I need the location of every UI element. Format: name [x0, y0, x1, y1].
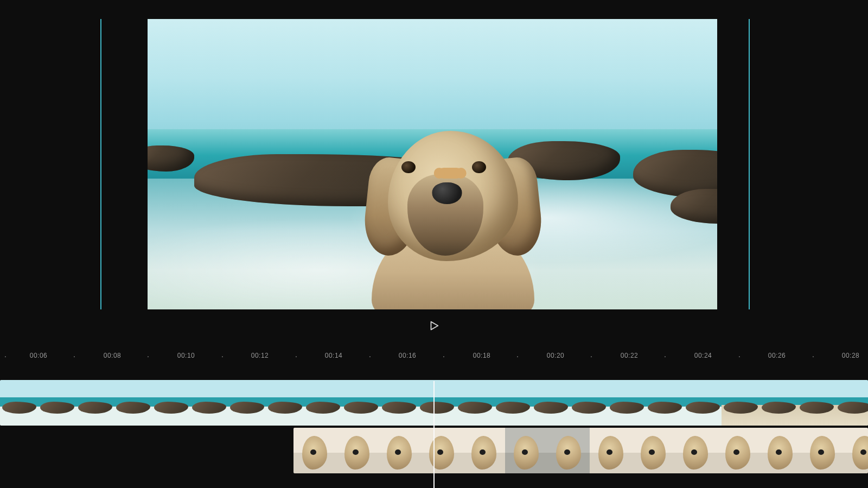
ruler-tick-label: 00:20 — [547, 352, 565, 359]
dog-eye-right — [472, 161, 486, 173]
clip-thumbnail — [684, 380, 722, 426]
clip-thumbnail — [266, 380, 304, 426]
clip-thumbnail — [76, 380, 114, 426]
ruler-tick-major: 00:22 — [621, 352, 639, 359]
clip-thumbnail — [420, 428, 463, 473]
ruler-tick-label: 00:16 — [399, 352, 417, 359]
dog-eye-left — [401, 161, 416, 173]
clip-thumbnail — [722, 380, 760, 426]
clip-thumbnail — [835, 380, 868, 426]
ruler-tick-label: 00:14 — [325, 352, 343, 359]
clip-dog[interactable] — [293, 428, 868, 473]
ruler-tick-major: 00:12 — [251, 352, 269, 359]
clip-thumbnail — [38, 380, 76, 426]
ruler-tick-label: 00:12 — [251, 352, 269, 359]
timeline-ruler[interactable]: 00:0600:0800:1000:1200:1400:1600:1800:20… — [0, 352, 868, 373]
ruler-tick-label: 00:28 — [842, 352, 860, 359]
clip-thumbnail — [646, 380, 684, 426]
safe-area-guide-left — [100, 19, 101, 309]
clip-thumbnail — [456, 380, 494, 426]
play-icon — [428, 320, 440, 332]
preview-frame[interactable] — [148, 19, 717, 309]
clip-thumbnail — [342, 380, 380, 426]
clip-thumbnail — [378, 428, 420, 473]
ruler-tick-major: 00:28 — [842, 352, 860, 359]
ruler-tick-label: 00:08 — [104, 352, 122, 359]
clip-thumbnail — [304, 380, 342, 426]
ruler-tick-minor — [664, 352, 666, 360]
clip-thumbnail — [336, 428, 378, 473]
clip-thumbnail — [0, 380, 38, 426]
ruler-tick-minor — [516, 352, 519, 360]
clip-thumbnail — [674, 428, 717, 473]
rock — [148, 145, 194, 172]
ruler-tick-major: 00:08 — [104, 352, 122, 359]
preview-area — [0, 0, 868, 337]
clip-thumbnail — [547, 428, 590, 473]
clip-thumbnail — [590, 428, 632, 473]
clip-thumbnail — [608, 380, 646, 426]
ruler-tick-major: 00:14 — [325, 352, 343, 359]
ruler-tick-major: 00:26 — [768, 352, 786, 359]
clip-thumbnail — [797, 380, 835, 426]
clip-thumbnail — [759, 428, 801, 473]
clip-thumbnail — [152, 380, 190, 426]
safe-area-guide-right — [749, 19, 750, 309]
timeline-tracks — [0, 380, 868, 476]
preview-dog — [350, 120, 556, 309]
ruler-tick-label: 00:10 — [177, 352, 195, 359]
dog-treat-on-nose — [438, 168, 462, 179]
clip-thumbnail — [293, 428, 336, 473]
play-button[interactable] — [423, 315, 445, 337]
ruler-tick-major: 00:24 — [694, 352, 712, 359]
clip-thumbnail — [463, 428, 505, 473]
ruler-tick-minor — [369, 352, 371, 360]
ruler-tick-minor — [147, 352, 149, 360]
ruler-tick-label: 00:22 — [621, 352, 639, 359]
clip-beach[interactable] — [0, 380, 868, 426]
clip-thumbnail — [418, 380, 456, 426]
ruler-tick-minor — [4, 352, 7, 360]
clip-thumbnail — [570, 380, 608, 426]
ruler-tick-label: 00:06 — [30, 352, 48, 359]
ruler-tick-minor — [221, 352, 224, 360]
clip-thumbnail — [494, 380, 532, 426]
ruler-tick-label: 00:18 — [473, 352, 491, 359]
ruler-tick-minor — [590, 352, 592, 360]
clip-thumbnail — [228, 380, 266, 426]
ruler-tick-major: 00:06 — [30, 352, 48, 359]
ruler-tick-major: 00:18 — [473, 352, 491, 359]
ruler-tick-major: 00:16 — [399, 352, 417, 359]
clip-thumbnail — [114, 380, 152, 426]
clip-thumbnail — [844, 428, 868, 473]
ruler-tick-minor — [73, 352, 75, 360]
track-beach[interactable] — [0, 380, 868, 426]
ruler-tick-major: 00:20 — [547, 352, 565, 359]
ruler-tick-minor — [443, 352, 445, 360]
dog-nose — [432, 182, 462, 204]
clip-thumbnail — [632, 428, 674, 473]
clip-thumbnail — [505, 428, 547, 473]
clip-thumbnail — [801, 428, 844, 473]
clip-thumbnail — [190, 380, 228, 426]
clip-thumbnail — [380, 380, 418, 426]
ruler-tick-label: 00:24 — [694, 352, 712, 359]
ruler-tick-label: 00:26 — [768, 352, 786, 359]
ruler-tick-minor — [295, 352, 297, 360]
ruler-tick-minor — [812, 352, 814, 360]
ruler-tick-minor — [738, 352, 741, 360]
ruler-tick-major: 00:10 — [177, 352, 195, 359]
clip-thumbnail — [532, 380, 570, 426]
clip-thumbnail — [717, 428, 759, 473]
track-dog[interactable] — [0, 428, 868, 473]
svg-marker-0 — [431, 322, 438, 330]
clip-thumbnail — [760, 380, 797, 426]
